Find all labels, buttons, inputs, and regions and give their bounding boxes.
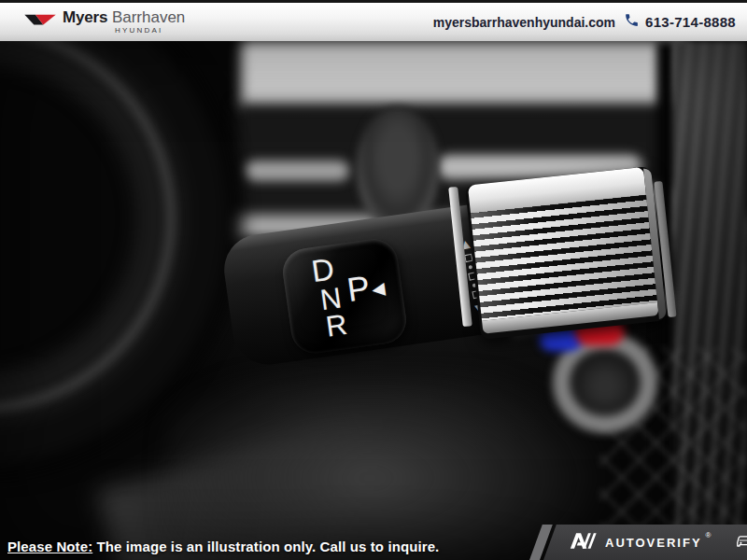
dashboard-trim-band bbox=[241, 41, 685, 110]
vehicle-interior-photo: D N R P ◀ ▲ ▼ Please Note: The image is … bbox=[0, 41, 747, 560]
disclaimer-note: Please Note: The image is an illustratio… bbox=[7, 539, 439, 554]
gear-label-r: R bbox=[324, 310, 348, 342]
cap-ribs bbox=[471, 195, 657, 321]
vent-slat bbox=[245, 161, 349, 181]
autoverify-label: AUTOVERIFY bbox=[605, 536, 702, 550]
car-front-icon bbox=[735, 534, 747, 552]
park-arrow-icon: ◀ bbox=[371, 280, 386, 299]
chrome-end-cap bbox=[465, 166, 667, 340]
dealer-logo-text: Myers Barrhaven HYUNDAI bbox=[63, 9, 185, 35]
myers-logo-mark-icon bbox=[24, 13, 56, 31]
dealer-location: Barrhaven bbox=[112, 8, 185, 26]
dealer-phone-link[interactable]: 613-714-8888 bbox=[624, 12, 736, 32]
autoverify-logo-icon bbox=[570, 531, 598, 554]
registered-mark: ® bbox=[706, 531, 712, 539]
disclaimer-label: Please Note: bbox=[7, 539, 92, 554]
dealer-name: Myers bbox=[63, 8, 107, 26]
dealer-contact: myersbarrhavenhyundai.com 613-714-8888 bbox=[433, 12, 736, 32]
gear-label-p: P bbox=[345, 271, 373, 307]
dealer-logo: Myers Barrhaven HYUNDAI bbox=[24, 9, 185, 35]
dealer-phone-number: 613-714-8888 bbox=[645, 14, 736, 30]
badge-content: AUTOVERIFY ® bbox=[543, 525, 747, 560]
dealer-website-link[interactable]: myersbarrhavenhyundai.com bbox=[433, 15, 615, 30]
dealer-name-line: Myers Barrhaven bbox=[63, 8, 185, 26]
gear-rocker-switch: D N R P ◀ bbox=[280, 236, 410, 357]
autoverify-badge[interactable]: AUTOVERIFY ® bbox=[543, 525, 747, 560]
disclaimer-text: The image is an illustration only. Call … bbox=[92, 539, 439, 554]
dealer-brand: HYUNDAI bbox=[115, 26, 185, 35]
dealer-header-bar: Myers Barrhaven HYUNDAI myersbarrhavenhy… bbox=[0, 0, 747, 41]
indicator-dot-icon bbox=[469, 265, 473, 270]
phone-icon bbox=[624, 12, 640, 32]
